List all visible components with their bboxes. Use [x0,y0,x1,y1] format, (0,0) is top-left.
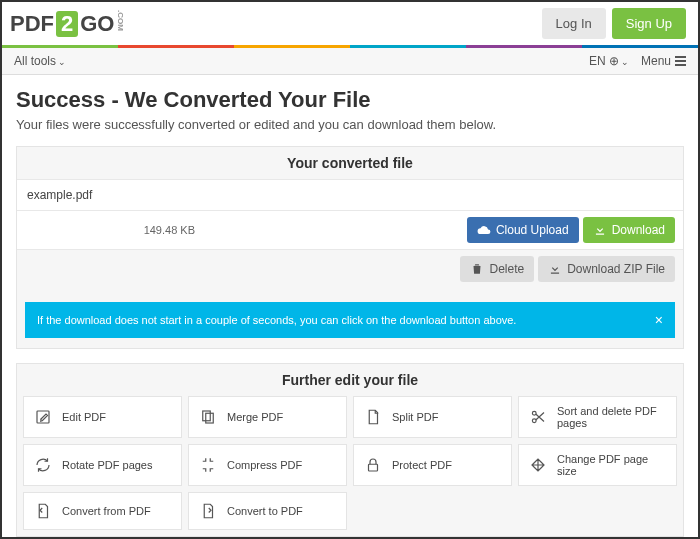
page-title: Success - We Converted Your File [16,87,684,113]
tool-convert-to[interactable]: Convert to PDF [188,492,347,530]
logo-com: .COM [116,10,125,31]
rotate-icon [34,456,52,474]
panel-title: Your converted file [17,147,683,179]
menu-button[interactable]: Menu [641,54,686,68]
subnav: All tools⌄ EN ⊕⌄ Menu [2,48,698,75]
logo[interactable]: PDF 2 GO .COM [10,10,125,37]
scissors-icon [529,408,547,426]
logo-go: GO [80,11,114,37]
further-edit-panel: Further edit your file Edit PDF Merge PD… [16,363,684,537]
login-button[interactable]: Log In [542,8,606,39]
file-in-icon [199,502,217,520]
globe-icon: ⊕ [609,54,619,68]
converted-file-panel: Your converted file example.pdf 149.48 K… [16,146,684,349]
further-title: Further edit your file [17,364,683,396]
all-tools-dropdown[interactable]: All tools⌄ [14,54,66,68]
chevron-down-icon: ⌄ [58,57,66,67]
download-icon [593,223,607,237]
logo-pdf: PDF [10,11,54,37]
tool-compress-pdf[interactable]: Compress PDF [188,444,347,486]
tool-convert-from[interactable]: Convert from PDF [23,492,182,530]
tool-rotate-pdf[interactable]: Rotate PDF pages [23,444,182,486]
svg-rect-1 [203,411,211,421]
header-buttons: Log In Sign Up [542,8,686,39]
svg-rect-5 [369,464,378,471]
download-icon [548,262,562,276]
split-icon [364,408,382,426]
file-size: 149.48 KB [25,224,195,236]
trash-icon [470,262,484,276]
tool-sort-delete[interactable]: Sort and delete PDF pages [518,396,677,438]
download-button[interactable]: Download [583,217,675,243]
rainbow-divider [2,45,698,48]
language-selector[interactable]: EN ⊕⌄ [589,54,629,68]
edit-icon [34,408,52,426]
download-alert: If the download does not start in a coup… [25,302,675,338]
main-content: Success - We Converted Your File Your fi… [2,75,698,539]
cloud-icon [477,223,491,237]
lock-icon [364,456,382,474]
file-name: example.pdf [17,179,683,211]
compress-icon [199,456,217,474]
secondary-actions: Delete Download ZIP File [17,250,683,288]
header: PDF 2 GO .COM Log In Sign Up [2,2,698,45]
hamburger-icon [675,56,686,66]
svg-rect-2 [206,413,214,423]
file-out-icon [34,502,52,520]
tool-merge-pdf[interactable]: Merge PDF [188,396,347,438]
alert-close-button[interactable]: × [655,312,663,328]
delete-button[interactable]: Delete [460,256,534,282]
alert-text: If the download does not start in a coup… [37,314,516,326]
tool-change-size[interactable]: Change PDF page size [518,444,677,486]
tool-protect-pdf[interactable]: Protect PDF [353,444,512,486]
signup-button[interactable]: Sign Up [612,8,686,39]
file-actions-row: 149.48 KB Cloud Upload Download [17,211,683,250]
logo-2: 2 [56,11,78,37]
download-zip-button[interactable]: Download ZIP File [538,256,675,282]
resize-icon [529,456,547,474]
tools-grid: Edit PDF Merge PDF Split PDF Sort and de… [17,396,683,536]
page-subtitle: Your files were successfully converted o… [16,117,684,132]
cloud-upload-button[interactable]: Cloud Upload [467,217,579,243]
tool-split-pdf[interactable]: Split PDF [353,396,512,438]
chevron-down-icon: ⌄ [621,57,629,67]
merge-icon [199,408,217,426]
tool-edit-pdf[interactable]: Edit PDF [23,396,182,438]
